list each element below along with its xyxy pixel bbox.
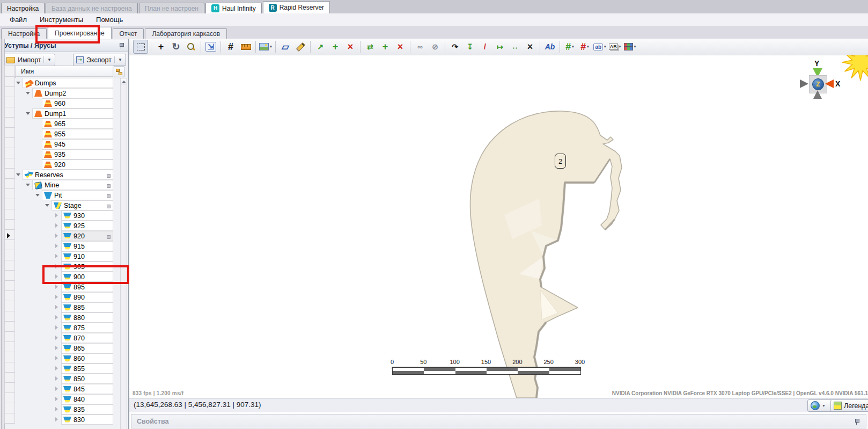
tree-cell[interactable]: 910 [61,251,113,261]
pin-icon[interactable] [119,42,124,49]
tree-cell[interactable]: 875 [61,323,113,333]
tree-row-stage[interactable]: Stage [0,200,128,210]
add-segment-button[interactable]: + [378,40,392,53]
extend-segment-button[interactable]: ↔ [508,40,522,53]
grid-labels-button[interactable]: AB▾ [608,40,622,53]
label-style-button[interactable]: ab▾ [593,40,607,53]
axis-left-arrow-icon[interactable] [800,79,808,88]
tree-cell[interactable]: Pit [42,190,113,200]
legend-button[interactable]: Легенда ▼ [830,399,868,412]
sub-tab-1[interactable]: Настройка [1,28,47,39]
top-tab-4[interactable]: HHaul Infinity [205,3,262,13]
tree-row-dumps[interactable]: Dumps [0,78,128,88]
tree-cell[interactable]: 900 [61,272,113,282]
tree-row-895[interactable]: 895 [0,282,128,292]
pin-icon[interactable] [854,418,859,425]
expander-open-icon[interactable] [16,173,20,176]
tree-row-840[interactable]: 840 [0,394,128,404]
expander-closed-icon[interactable] [55,285,58,289]
expander-closed-icon[interactable] [55,376,58,381]
tree-cell[interactable]: 965 [42,119,113,129]
axis-z-badge[interactable]: Z [812,78,824,90]
move-segment-button[interactable]: ⇄ [363,40,377,53]
chevron-down-icon[interactable]: ▾ [270,45,272,49]
tree-cell[interactable]: 885 [61,302,113,312]
rename-labels-button[interactable]: Ab [543,40,557,53]
expander-closed-icon[interactable] [55,305,58,309]
tree-cell[interactable]: 890 [61,292,113,302]
expander-closed-icon[interactable] [55,325,58,330]
tree-row-965[interactable]: 965 [0,119,128,129]
link-segments-button[interactable]: ∞ [413,40,427,53]
expander-closed-icon[interactable] [55,407,58,411]
unlink-segments-button[interactable]: ⊘ [428,40,442,53]
tree-row-885[interactable]: 885 [0,302,128,312]
add-vertex-button[interactable]: + [328,40,342,53]
expander-open-icon[interactable] [26,92,30,94]
expander-open-icon[interactable] [35,194,40,197]
sub-tab-3[interactable]: Отчет [113,28,144,39]
grid-toggle-button[interactable]: # [224,40,238,53]
expander-closed-icon[interactable] [55,336,58,340]
expander-closed-icon[interactable] [55,213,58,217]
split-segment-button[interactable]: / [478,40,492,53]
expander-closed-icon[interactable] [55,244,58,248]
expander-closed-icon[interactable] [55,356,58,360]
tree-cell[interactable]: 845 [61,384,113,394]
tree-row-910[interactable]: 910 [0,251,128,261]
scroll-up-icon[interactable] [121,79,126,85]
tree-row-dump1[interactable]: Dump1 [0,108,128,119]
expander-closed-icon[interactable] [55,223,58,228]
zoom-view-button[interactable] [184,40,198,53]
legend-colors-button[interactable]: ▾ [623,40,637,53]
zoom-extents-button[interactable]: ⇲ [204,40,218,53]
tree-row-920[interactable]: 920 [0,231,128,241]
tree-cell[interactable]: 945 [42,139,113,149]
export-button[interactable]: ➝ Экспорт ▼ [73,54,126,66]
viewport[interactable]: 2 Y Z X 050100150200250300 833 fps | 1.2… [129,55,868,398]
expander-closed-icon[interactable] [55,234,58,238]
menu-item-1[interactable]: Файл [4,14,32,25]
tree-cell[interactable]: 925 [61,221,113,231]
properties-header[interactable]: Свойства [131,414,866,428]
tree-row-pit[interactable]: Pit [0,190,128,200]
reverse-segment-button[interactable]: ↷ [448,40,462,53]
tree-row-830[interactable]: 830 [0,415,128,425]
expander-open-icon[interactable] [16,82,20,84]
tree-row-905[interactable]: 905 [0,261,128,272]
expander-closed-icon[interactable] [55,254,58,258]
axis-x-arrow-icon[interactable] [825,79,834,88]
delete-crossing-button[interactable]: × [523,40,537,53]
tree-row-855[interactable]: 855 [0,363,128,374]
chevron-down-icon[interactable]: ▾ [587,45,589,49]
tree-row-945[interactable]: 945 [0,139,128,149]
sub-tab-4[interactable]: Лаборатория каркасов [145,28,227,39]
tree-cell[interactable]: 830 [61,415,113,425]
axis-down-arrow-icon[interactable] [813,90,822,99]
tree-row-920[interactable]: 920 [0,159,128,170]
tree-cell[interactable]: 835 [61,404,113,415]
join-segments-button[interactable]: ↦ [493,40,507,53]
tree-cell[interactable]: 870 [61,333,113,343]
tree-row-865[interactable]: 865 [0,343,128,353]
tree-row-870[interactable]: 870 [0,333,128,343]
tree-cell[interactable]: Dump1 [32,108,113,119]
delete-vertex-button[interactable]: × [343,40,357,53]
name-column-header[interactable]: Имя [15,66,113,77]
tree-cell[interactable]: Mine [32,180,113,190]
tree-cell[interactable]: 955 [42,129,113,139]
chevron-down-icon[interactable]: ▾ [572,45,574,49]
tree-row-935[interactable]: 935 [0,149,128,159]
expander-closed-icon[interactable] [55,366,58,370]
tree-cell[interactable]: 905 [61,261,113,272]
tree-row-955[interactable]: 955 [0,129,128,139]
top-tab-5[interactable]: RRapid Reserver [263,1,330,13]
expander-open-icon[interactable] [26,184,30,186]
expander-closed-icon[interactable] [55,315,58,319]
top-tab-1[interactable]: Настройка [1,3,45,13]
expander-closed-icon[interactable] [55,346,58,350]
drop-segment-button[interactable]: ↧ [463,40,477,53]
tree-cell[interactable]: 915 [61,241,113,251]
top-tab-3[interactable]: План не настроен [139,3,204,13]
tree-view-toggle-icon[interactable] [114,66,124,77]
